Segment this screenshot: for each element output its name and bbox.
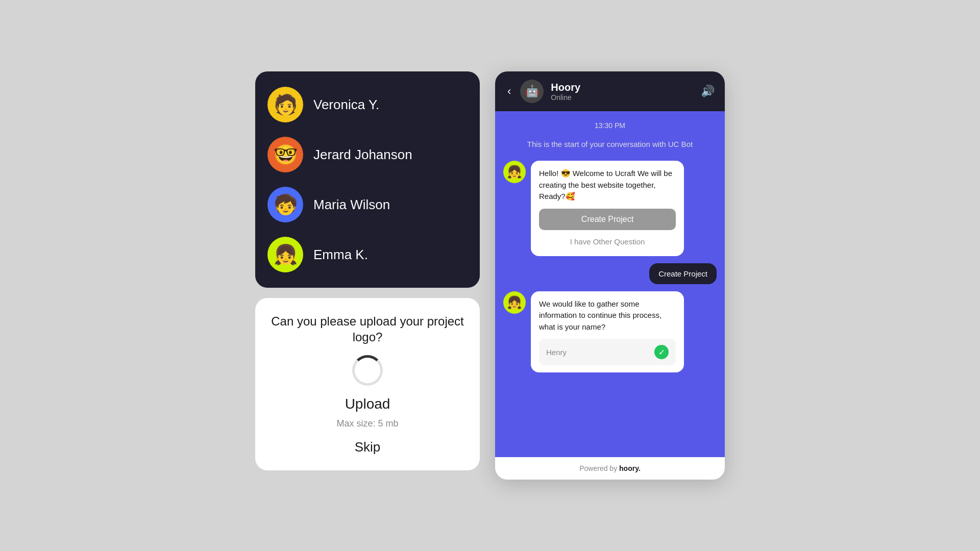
contact-name: Emma K. — [313, 247, 368, 263]
chat-body: 13:30 PM This is the start of your conve… — [495, 111, 725, 457]
contact-item[interactable]: 🧑 Veronica Y. — [267, 80, 468, 130]
user-message-row: Create Project — [503, 263, 717, 284]
bot-info: Hoory Online — [551, 82, 694, 102]
chat-panel: ‹ 🤖 Hoory Online 🔊 13:30 PM This is the … — [495, 71, 725, 480]
contact-name: Jerard Johanson — [313, 147, 412, 163]
upload-maxsize: Max size: 5 mb — [336, 418, 398, 429]
user-message-text: Create Project — [658, 269, 707, 278]
powered-by-label: Powered by — [579, 464, 617, 472]
check-icon: ✓ — [654, 345, 669, 359]
bot-name: Hoory — [551, 82, 694, 93]
bot-message-text-2: We would like to gather some information… — [539, 298, 676, 333]
skip-button[interactable]: Skip — [355, 439, 381, 455]
bot-status: Online — [551, 93, 694, 102]
chat-header: ‹ 🤖 Hoory Online 🔊 — [495, 71, 725, 111]
contact-name: Veronica Y. — [313, 97, 379, 113]
other-question-button[interactable]: I have Other Question — [539, 234, 676, 249]
upload-spinner — [352, 355, 383, 386]
contact-list-card: 🧑 Veronica Y. 🤓 Jerard Johanson 🧒 Maria … — [255, 71, 480, 288]
chat-footer: Powered by hoory. — [495, 457, 725, 480]
upload-label: Upload — [345, 396, 390, 412]
bot-message-avatar: 👧 — [503, 161, 526, 183]
avatar: 🤓 — [267, 137, 303, 172]
back-button[interactable]: ‹ — [505, 85, 513, 98]
avatar: 👧 — [267, 237, 303, 272]
bot-message-bubble: Hello! 😎 Welcome to Ucraft We will be cr… — [531, 161, 684, 256]
message-actions: Create Project I have Other Question — [539, 209, 676, 249]
contact-item[interactable]: 🧒 Maria Wilson — [267, 180, 468, 230]
brand-name: hoory. — [619, 464, 641, 472]
contact-item[interactable]: 👧 Emma K. — [267, 230, 468, 280]
chat-start-text: This is the start of your conversation w… — [503, 139, 717, 149]
bot-message-text: Hello! 😎 Welcome to Ucraft We will be cr… — [539, 168, 676, 203]
upload-card: Can you please upload your project logo?… — [255, 298, 480, 470]
user-message-bubble: Create Project — [649, 263, 717, 284]
name-input-value: Henry — [546, 348, 567, 357]
contact-name: Maria Wilson — [313, 197, 390, 213]
avatar: 🧒 — [267, 187, 303, 222]
contact-item[interactable]: 🤓 Jerard Johanson — [267, 130, 468, 180]
chat-timestamp: 13:30 PM — [503, 121, 717, 130]
bot-message-avatar-2: 👧 — [503, 291, 526, 314]
bot-message-row-2: 👧 We would like to gather some informati… — [503, 291, 717, 373]
avatar: 🧑 — [267, 87, 303, 122]
bot-message-row: 👧 Hello! 😎 Welcome to Ucraft We will be … — [503, 161, 717, 256]
sound-button[interactable]: 🔊 — [701, 85, 715, 98]
create-project-button[interactable]: Create Project — [539, 209, 676, 230]
upload-question: Can you please upload your project logo? — [267, 313, 468, 345]
bot-message-bubble-2: We would like to gather some information… — [531, 291, 684, 373]
name-input-display[interactable]: Henry ✓ — [539, 339, 676, 365]
bot-avatar: 🤖 — [520, 80, 544, 103]
